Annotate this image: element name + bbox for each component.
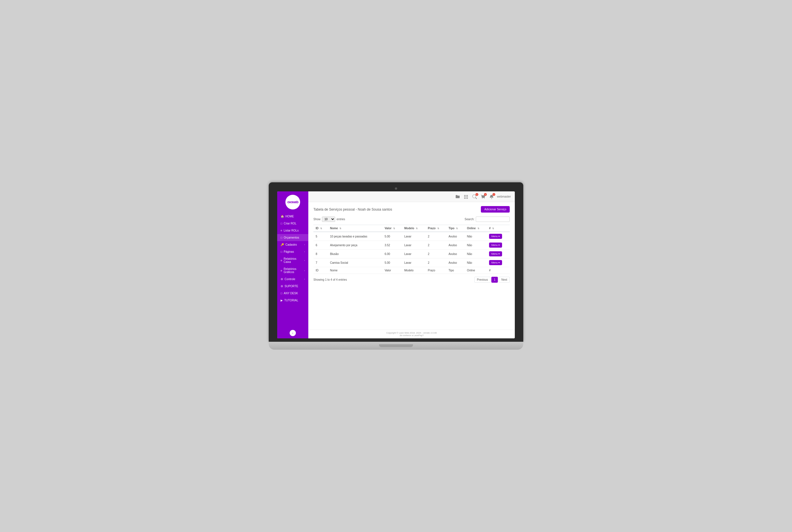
col-tipo[interactable]: Tipo ⇅ [446,225,465,232]
table-row: 7 Camisa Social 5.00 Lavar 2 Avulso Não … [313,259,510,267]
col-prazo[interactable]: Prazo ⇅ [426,225,446,232]
cell-action: Menu ▾ [487,241,510,250]
topbar: 0 0 1 webmaster [308,191,515,202]
search-input[interactable] [476,216,510,222]
cell-id: 5 [313,232,328,241]
table-footer: Showing 1 to 4 of 4 entries Previous 1 N… [313,277,510,283]
anydesk-icon: □ [281,292,282,295]
cart-badge: 0 [484,193,487,196]
cell-online: Não [465,241,487,250]
sidebar-nav: 🏠 HOME □ Criar ROL ≡ [277,213,308,328]
cell-valor: 6.00 [383,250,402,259]
cell-valor: 5.00 [383,259,402,267]
cell-action: Menu ▾ [487,259,510,267]
tutorial-icon: ▶ [281,299,283,302]
footer-prazo: Prazo [426,267,446,274]
sidebar-item-paginas[interactable]: □ Páginas › [277,248,308,255]
page-1-button[interactable]: 1 [491,277,498,283]
copyright: Copyright © Lave Web 2018- 2024 - versão… [310,331,513,334]
col-action[interactable]: # ⇅ [487,225,510,232]
sort-icon: ⇅ [492,227,494,230]
sidebar-item-relatorios-caixa[interactable]: ≡ Relatórios Caixa › [277,255,308,265]
app-footer: Copyright © Lave Web 2018- 2024 - versão… [308,329,515,338]
folder-icon[interactable] [455,194,461,200]
sidebar-collapse-button[interactable]: ‹ [290,330,296,336]
relatorios-graficos-icon: ≡ [281,269,282,272]
showing-entries: Showing 1 to 4 of 4 entries [313,278,347,281]
sort-icon: ⇅ [477,227,479,230]
cart-icon[interactable]: 0 [480,194,486,200]
footer-tipo: Tipo [446,267,465,274]
sidebar-item-relatorios-graficos[interactable]: ≡ Relatórios Gráficos › [277,265,308,276]
search-label: Search: [465,218,474,221]
search-icon[interactable]: 0 [472,194,478,200]
cell-online: Não [465,259,487,267]
sort-icon: ⇅ [456,227,458,230]
cell-id: 8 [313,250,328,259]
cell-tipo: Avulso [446,241,465,250]
add-service-button[interactable]: Adicionar Serviço [481,206,510,213]
suporte-icon: ⚙ [281,285,283,288]
cell-online: Não [465,250,487,259]
footer-modelo: Modelo [402,267,425,274]
sidebar-item-home[interactable]: 🏠 HOME [277,213,308,220]
col-id[interactable]: ID ⇅ [313,225,328,232]
relatorios-caixa-icon: ≡ [281,259,282,262]
chevron-right-icon: › [304,243,305,246]
sidebar-item-any-desk[interactable]: □ ANY DESK [277,290,308,297]
orcamentos-icon: □ [281,236,282,239]
search-badge: 0 [476,193,478,196]
next-button[interactable]: Next [499,277,510,283]
cadastro-icon: 🔑 [281,243,284,246]
bell-icon[interactable]: 1 [489,194,495,200]
sidebar-item-suporte[interactable]: ⚙ SUPORTE [277,283,308,290]
col-modelo[interactable]: Modelo ⇅ [402,225,425,232]
menu-button[interactable]: Menu ▾ [489,243,502,248]
menu-button[interactable]: Menu ▾ [489,251,502,256]
controle-icon: ⚙ [281,278,283,281]
footer-id: ID [313,267,328,274]
cell-prazo: 2 [426,232,446,241]
cell-action: Menu ▾ [487,250,510,259]
sidebar-item-listar-rols[interactable]: ≡ Listar ROLs [277,227,308,234]
cell-id: 7 [313,259,328,267]
sort-icon: ⇅ [437,227,439,230]
sidebar-item-controle[interactable]: ⚙ Controle › [277,276,308,283]
entries-select[interactable]: 10 25 50 100 [322,216,335,222]
cell-id: 6 [313,241,328,250]
data-table: ID ⇅ Nome ⇅ Valor ⇅ Modelo ⇅ Prazo ⇅ Tip… [313,225,510,274]
sort-icon: ⇅ [416,227,418,230]
cell-modelo: Lavar [402,259,425,267]
cell-modelo: Lavar [402,250,425,259]
previous-button[interactable]: Previous [474,277,491,283]
listar-rols-icon: ≡ [281,229,282,232]
sidebar-item-criar-rol[interactable]: □ Criar ROL [277,220,308,227]
pagination: Previous 1 Next [474,277,510,283]
cell-nome: 10 peças lavadas e passadas [328,232,383,241]
col-nome[interactable]: Nome ⇅ [328,225,383,232]
cell-prazo: 2 [426,259,446,267]
menu-button[interactable]: Menu ▾ [489,234,502,239]
menu-button[interactable]: Menu ▾ [489,260,502,265]
table-row: 6 Alvejamento por peça 3.52 Lavar 2 Avul… [313,241,510,250]
table-controls: Show 10 25 50 100 entries Search [313,216,510,222]
chevron-right-icon: › [304,259,305,262]
sidebar: ovoweb 🏠 HOME □ [277,191,308,338]
sort-icon: ⇅ [320,227,322,230]
sidebar-logo: ovoweb [283,194,303,211]
col-valor[interactable]: Valor ⇅ [383,225,402,232]
cell-prazo: 2 [426,241,446,250]
main-content: 0 0 1 webmaster [308,191,515,338]
table-row: 8 Blusão 6.00 Lavar 2 Avulso Não Menu ▾ [313,250,510,259]
sidebar-item-orcamentos[interactable]: □ Orçamentos [277,234,308,241]
cell-modelo: Lavar [402,241,425,250]
content-area: Tabela de Serviços pessoal - Noah de Sou… [308,202,515,329]
cell-action: Menu ▾ [487,232,510,241]
sort-icon: ⇅ [393,227,395,230]
grid-icon[interactable] [463,194,469,200]
topbar-username: webmaster [497,195,511,198]
sidebar-item-tutorial[interactable]: ▶ TUTORIAL [277,297,308,304]
sidebar-item-cadastro[interactable]: 🔑 Cadastro › [277,241,308,248]
col-online[interactable]: Online ⇅ [465,225,487,232]
show-entries: Show 10 25 50 100 entries [313,216,345,222]
